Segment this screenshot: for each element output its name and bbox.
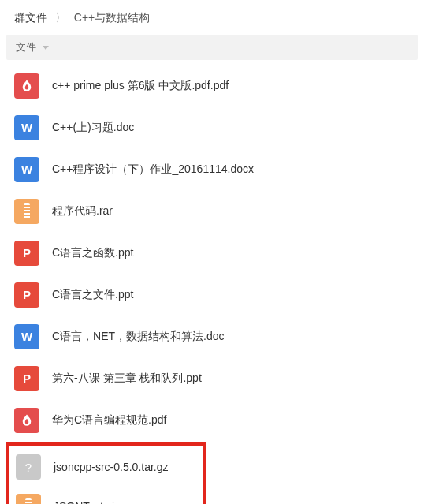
- highlight-annotation: ? jsoncpp-src-0.5.0.tar.gz JSONTest.zip: [6, 442, 206, 504]
- pdf-icon: [14, 73, 39, 99]
- file-name: C++程序设计（下）作业_20161114.docx: [52, 162, 254, 177]
- file-row[interactable]: 程序代码.rar: [6, 190, 418, 232]
- file-name: 第六-八课 第三章 栈和队列.ppt: [52, 371, 202, 386]
- file-row[interactable]: ? jsoncpp-src-0.5.0.tar.gz: [11, 447, 202, 487]
- file-name: C++(上)习题.doc: [52, 121, 134, 135]
- file-row[interactable]: W C++程序设计（下）作业_20161114.docx: [6, 148, 418, 190]
- unknown-file-icon: ?: [16, 454, 41, 480]
- doc-icon: W: [14, 115, 39, 140]
- file-row[interactable]: W C语言，NET，数据结构和算法.doc: [6, 315, 418, 357]
- file-name: 华为C语言编程规范.pdf: [52, 413, 166, 427]
- file-name: 程序代码.rar: [52, 204, 113, 218]
- file-row[interactable]: JSONTest.zip: [11, 487, 202, 504]
- pdf-icon: [14, 408, 39, 433]
- ppt-icon: P: [14, 241, 39, 266]
- breadcrumb-current: C++与数据结构: [74, 11, 150, 24]
- archive-icon: [16, 494, 41, 504]
- file-name: c++ prime plus 第6版 中文版.pdf.pdf: [52, 79, 229, 93]
- file-name: C语言之文件.ppt: [52, 288, 133, 302]
- breadcrumb-root[interactable]: 群文件: [14, 11, 47, 24]
- file-name: C语言之函数.ppt: [52, 246, 133, 260]
- ppt-icon: P: [14, 366, 39, 391]
- file-row[interactable]: P 第六-八课 第三章 栈和队列.ppt: [6, 357, 418, 399]
- file-name: jsoncpp-src-0.5.0.tar.gz: [54, 461, 169, 473]
- column-header-name[interactable]: 文件: [6, 35, 418, 60]
- file-row[interactable]: P C语言之文件.ppt: [6, 274, 418, 315]
- file-row[interactable]: W C++(上)习题.doc: [6, 106, 418, 148]
- archive-icon: [14, 199, 39, 224]
- file-list: c++ prime plus 第6版 中文版.pdf.pdf W C++(上)习…: [0, 65, 424, 504]
- file-row[interactable]: P C语言之函数.ppt: [6, 232, 418, 274]
- file-row[interactable]: 华为C语言编程规范.pdf: [6, 399, 418, 441]
- file-row[interactable]: c++ prime plus 第6版 中文版.pdf.pdf: [6, 65, 418, 106]
- sort-caret-icon: [43, 46, 49, 50]
- column-header-label: 文件: [16, 41, 36, 53]
- file-name: JSONTest.zip: [54, 500, 121, 504]
- file-name: C语言，NET，数据结构和算法.doc: [52, 330, 225, 344]
- chevron-right-icon: 〉: [55, 11, 66, 24]
- ppt-icon: P: [14, 282, 39, 308]
- doc-icon: W: [14, 324, 39, 349]
- doc-icon: W: [14, 157, 39, 182]
- breadcrumb: 群文件 〉 C++与数据结构: [0, 0, 424, 35]
